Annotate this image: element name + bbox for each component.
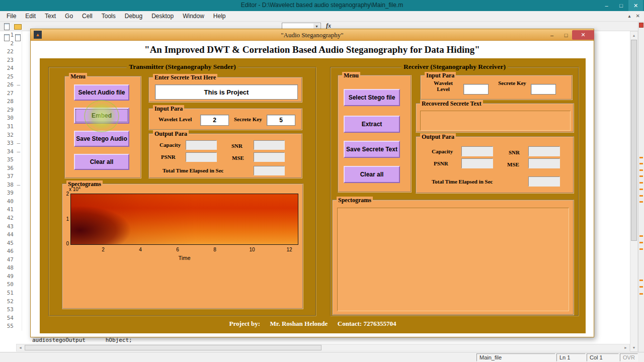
embed-button[interactable]: Embed	[74, 108, 129, 124]
menu-cell[interactable]: Cell	[77, 12, 97, 21]
vertical-scrollbar-thumb[interactable]	[631, 40, 637, 241]
transmitter-input-para-title: Input Para	[153, 105, 184, 112]
horizontal-scrollbar-thumb[interactable]	[25, 345, 321, 350]
lint-marker[interactable]	[639, 182, 643, 184]
secrete-key-input[interactable]: 5	[267, 115, 295, 126]
receiver-mse-label: MSE	[507, 161, 519, 167]
receiver-mse-output	[528, 158, 560, 168]
line-number: 47	[0, 256, 22, 264]
lint-marker[interactable]	[639, 235, 643, 237]
figure-minimize-button[interactable]: –	[545, 30, 559, 40]
clear-all-button[interactable]: Clear all	[74, 154, 129, 170]
scroll-down-icon[interactable]: ▼	[630, 344, 637, 351]
save-stego-audio-button[interactable]: Save Stego Audio	[74, 131, 129, 147]
horizontal-scrollbar[interactable]: ◄ ►	[16, 344, 630, 351]
fold-marker[interactable]: –	[17, 140, 20, 146]
receiver-title: Receiver (Steganography Receiver)	[401, 63, 508, 70]
menu-desktop[interactable]: Desktop	[147, 12, 178, 21]
lint-marker[interactable]	[639, 195, 643, 197]
close-button[interactable]: ✕	[628, 0, 643, 11]
app-heading: "An Improved DWT & Correlation Based Aud…	[31, 44, 594, 55]
transmitter-output-para-panel: Output Para Capacity SNR PSNR MSE Total …	[148, 133, 302, 178]
y-tick: 2	[64, 191, 69, 197]
total-time-label: Total Time Elapsed in Sec	[163, 167, 223, 173]
menu-help[interactable]: Help	[209, 12, 230, 21]
menu-tools[interactable]: Tools	[97, 12, 120, 21]
line-number: 30	[0, 114, 22, 123]
vertical-scrollbar[interactable]: ▲ ▼	[630, 31, 638, 352]
line-number: 51	[0, 289, 22, 298]
line-number: 42	[0, 214, 22, 223]
scroll-left-icon[interactable]: ◄	[17, 344, 24, 351]
lint-marker[interactable]	[639, 201, 643, 203]
lint-marker[interactable]	[639, 157, 643, 158]
lint-marker[interactable]	[639, 175, 643, 177]
menu-file[interactable]: File	[2, 12, 21, 21]
collapse-docbar-icon[interactable]: ▴	[628, 13, 631, 19]
secret-text-input[interactable]: This is Project	[155, 84, 298, 100]
select-stego-file-button[interactable]: Select Stego file	[344, 89, 400, 106]
new-file-button[interactable]	[2, 22, 11, 31]
lint-marker[interactable]	[639, 163, 643, 164]
scroll-up-icon[interactable]: ▲	[630, 32, 637, 39]
fold-marker[interactable]: –	[17, 148, 20, 155]
maximize-button[interactable]: □	[614, 0, 628, 11]
lint-marker[interactable]	[639, 242, 643, 243]
open-file-button[interactable]	[13, 22, 22, 31]
figure-maximize-button[interactable]: □	[559, 30, 573, 40]
capacity-label: Capacity	[159, 142, 181, 148]
line-number: 29	[0, 106, 22, 115]
receiver-output-para-panel: Output Para Capacity SNR PSNR MSE Total …	[416, 136, 574, 194]
menu-go[interactable]: Go	[60, 12, 77, 21]
line-number: 32	[0, 131, 22, 140]
snr-output	[254, 140, 285, 150]
lint-marker[interactable]	[639, 189, 643, 190]
menu-edit[interactable]: Edit	[21, 12, 40, 21]
menu-text[interactable]: Text	[40, 12, 60, 21]
editor-titlebar: Editor - D:\Wavelect based audio stegano…	[0, 0, 644, 11]
line-number: 38–	[0, 181, 22, 190]
close-doc-icon[interactable]: ✕	[636, 13, 640, 19]
receiver-secrete-key-input[interactable]	[531, 84, 556, 95]
lint-marker[interactable]	[639, 248, 643, 250]
minimize-button[interactable]: –	[599, 0, 614, 11]
screen: Editor - D:\Wavelect based audio stegano…	[0, 0, 644, 362]
wavelet-level-input[interactable]: 2	[200, 115, 229, 126]
lint-marker[interactable]	[639, 293, 643, 295]
fold-marker[interactable]: –	[17, 81, 20, 88]
transmitter-spectrogram-panel: Spectograms x 104 2 1 0 2 4 6 8 10 12 Ti…	[62, 184, 303, 309]
menu-debug[interactable]: Debug	[120, 12, 147, 21]
x-tick: 12	[285, 247, 293, 252]
figure-close-button[interactable]: ✕	[572, 30, 594, 40]
line-number: 31	[0, 123, 22, 131]
mse-label: MSE	[232, 155, 244, 161]
figure-titlebar[interactable]: ▲ "Audio Steganography" – □ ✕	[31, 29, 594, 41]
lint-bar	[638, 22, 644, 352]
select-audio-file-button[interactable]: Select Audio file	[74, 84, 129, 101]
receiver-input-para-panel: Input Para Wavelet Level Secrete Key	[420, 75, 573, 100]
extract-button[interactable]: Extract	[344, 116, 400, 133]
x-tick: 2	[99, 247, 107, 252]
recovered-text-output[interactable]	[420, 111, 571, 131]
save-secrete-text-button[interactable]: Save Secrete Text	[344, 141, 400, 158]
line-number: 23	[0, 56, 22, 65]
receiver-wavelet-level-input[interactable]	[463, 84, 489, 95]
fold-marker[interactable]: –	[17, 182, 20, 188]
menu-window[interactable]: Window	[178, 12, 209, 21]
figure-title: "Audio Steganography"	[31, 31, 594, 39]
receiver-psnr-output	[461, 158, 493, 168]
statusbar-filename[interactable]: Main_file	[476, 353, 555, 361]
line-number: 53	[0, 306, 22, 314]
lint-summary-box[interactable]	[639, 23, 643, 28]
new-file-icon	[4, 23, 10, 30]
lint-marker[interactable]	[639, 280, 643, 281]
line-number: 40	[0, 198, 22, 206]
line-number: 52	[0, 298, 22, 306]
lint-marker[interactable]	[639, 169, 643, 171]
receiver-clear-all-button[interactable]: Clear all	[344, 166, 400, 183]
line-number: 22	[0, 48, 22, 56]
line-number: 50	[0, 281, 22, 289]
scroll-right-icon[interactable]: ►	[622, 344, 629, 351]
open-folder-icon	[14, 24, 22, 30]
lint-marker[interactable]	[639, 286, 643, 288]
